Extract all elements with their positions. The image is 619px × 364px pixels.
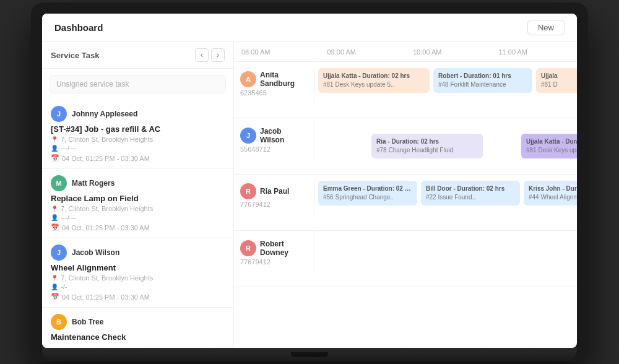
person-icon: 👤 [51,145,58,152]
event-title: Emma Green - Duration: 02 hrs [323,184,412,193]
cal-event[interactable]: Ujjala #81 D [536,68,577,93]
calendar-body: A Anita Sandburg 6235465 Ujjala Katta - … [234,62,577,348]
search-box[interactable]: Unsigned service task [50,75,226,93]
next-button[interactable]: › [211,48,225,62]
location-icon: 📍 [51,136,58,143]
sidebar-title: Service Task [51,51,100,60]
avatar: R [240,240,256,256]
calendar-icon: 📅 [51,293,59,301]
cal-person-row: A Anita Sandburg [240,71,308,88]
cal-event[interactable]: Ujjala Katta - Duration: 02 hrs #81 Desk… [318,68,430,93]
calendar-icon: 📅 [51,154,59,162]
cal-person-row: J Jacob Wilson [240,127,308,144]
event-sub: #78 Change Headlight Fluid [376,146,478,155]
cal-event[interactable]: Ujjala Katta - Duration: 02 h #81 Desk K… [521,134,577,158]
task-user-row: J Johnny Appleseed [51,106,225,122]
event-sub: #48 Forklift Maintenance [438,80,527,89]
cal-event[interactable]: Robert - Duration: 01 hrs #48 Forklift M… [433,68,532,93]
event-sub: #81 D [541,80,574,89]
avatar: M [51,175,67,191]
event-title: Robert - Duration: 01 hrs [438,72,527,80]
task-name: Replace Lamp on Field [51,194,225,203]
cal-person-name: Ria Paul [260,187,289,196]
event-title: Ujjala [541,72,574,80]
task-user-row: M Matt Rogers [51,175,225,191]
cal-person: A Anita Sandburg 6235465 [234,62,314,105]
time-header: 08:00 AM 09:00 AM 10:00 AM 11:00 AM [234,42,577,62]
event-title: Ujjala Katta - Duration: 02 hrs [323,72,425,80]
event-title: Bill Door - Duration: 02 hrs [426,184,515,193]
event-title: Ujjala Katta - Duration: 02 h [526,137,577,146]
task-location: 📍 7, Clinton St, Brooklyn Heights [51,274,225,282]
calendar-panel: 08:00 AM 09:00 AM 10:00 AM 11:00 AM A An… [234,42,577,348]
avatar: A [240,71,256,87]
time-label-2: 09:00 AM [320,48,406,56]
app-header: Dashboard New [42,14,577,42]
task-name: Wheel Alignment [51,263,225,272]
cal-event[interactable]: Ria - Duration: 02 hrs #78 Change Headli… [371,134,483,158]
page-title: Dashboard [54,22,103,33]
task-name: Maintenance Check [51,332,225,342]
sidebar-nav: ‹ › [195,48,225,62]
laptop-notch [291,352,328,357]
avatar: J [240,128,256,144]
task-location: 📍 7, Clinton St, Brooklyn Heights [51,205,225,212]
sidebar-header: Service Task ‹ › [42,42,233,69]
location-icon: 📍 [51,275,58,282]
task-name: [ST-#34] Job - gas refill & AC [51,124,225,134]
cal-timeline: Ujjala Katta - Duration: 02 hrs #81 Desk… [314,62,577,118]
event-title: Ria - Duration: 02 hrs [376,137,478,146]
event-sub: #81 Desk Keys update 5.. [526,146,577,155]
task-location: 📍 7, Clinton St, Brooklyn Heights [51,136,225,143]
calendar-row: J Jacob Wilson 55648712 Ria - Duration: … [234,118,577,175]
avatar: J [51,106,67,122]
laptop-base [42,348,577,362]
task-user-row: J Jacob Wilson [51,245,225,261]
location-icon: 📍 [51,206,58,212]
cal-person-id: 6235465 [240,89,267,97]
event-title: Kriss John - Duration: 02 hrs [529,184,577,193]
cal-person: R Robert Downey 77679412 [234,231,314,274]
task-assignee: 👤 —/— [51,144,225,152]
cal-person-name: Jacob Wilson [260,127,308,144]
cal-person-name: Anita Sandburg [260,71,308,88]
task-date: 📅 04 Oct, 01:25 PM - 03:30 AM [51,223,225,232]
cal-person-name: Robert Downey [260,240,308,257]
calendar-row: R Ria Paul 77679412 Emma Green - Duratio… [234,175,577,231]
task-item[interactable]: J Jacob Wilson Wheel Alignment 📍 7, Clin… [42,238,233,308]
cal-person-id: 77679412 [240,258,271,266]
task-item[interactable]: J Johnny Appleseed [ST-#34] Job - gas re… [42,100,233,169]
event-sub: #81 Desk Keys update 5.. [323,80,425,89]
event-sub: #44 Wheel Alignment .. [529,193,577,202]
cal-person-row: R Robert Downey [240,240,308,257]
cal-person-row: R Ria Paul [240,183,289,199]
new-button[interactable]: New [527,20,565,35]
cal-event[interactable]: Kriss John - Duration: 02 hrs #44 Wheel … [524,181,577,206]
cal-event[interactable]: Emma Green - Duration: 02 hrs #56 Spring… [318,181,417,206]
cal-event[interactable]: Bill Door - Duration: 02 hrs #22 Issue F… [421,181,520,206]
task-user-name: Jacob Wilson [72,248,119,257]
avatar: B [51,314,67,330]
time-label-3: 10:00 AM [405,48,491,56]
event-sub: #22 Issue Found.. [426,193,515,202]
cal-timeline [314,231,577,287]
task-item[interactable]: B Bob Tree Maintenance Check [42,308,233,348]
time-label-1: 08:00 AM [234,48,320,56]
task-date: 📅 04 Oct, 01:25 PM - 03:30 AM [51,154,225,162]
avatar: R [240,183,256,199]
person-icon: 👤 [51,284,58,290]
main-layout: Service Task ‹ › Unsigned service task J [42,42,577,348]
task-item[interactable]: M Matt Rogers Replace Lamp on Field 📍 7,… [42,169,233,238]
cal-person-id: 77679412 [240,201,271,208]
task-user-name: Matt Rogers [72,179,115,188]
cal-person: R Ria Paul 77679412 [234,175,314,217]
cal-timeline: Ria - Duration: 02 hrs #78 Change Headli… [314,118,577,174]
cal-person-id: 55648712 [240,145,271,153]
cal-timeline: Emma Green - Duration: 02 hrs #56 Spring… [314,175,577,230]
prev-button[interactable]: ‹ [195,48,209,62]
calendar-icon: 📅 [51,223,59,232]
task-assignee: 👤 —/— [51,214,225,221]
task-list: J Johnny Appleseed [ST-#34] Job - gas re… [42,100,233,348]
calendar-row: R Robert Downey 77679412 [234,231,577,287]
time-label-4: 11:00 AM [491,48,578,56]
